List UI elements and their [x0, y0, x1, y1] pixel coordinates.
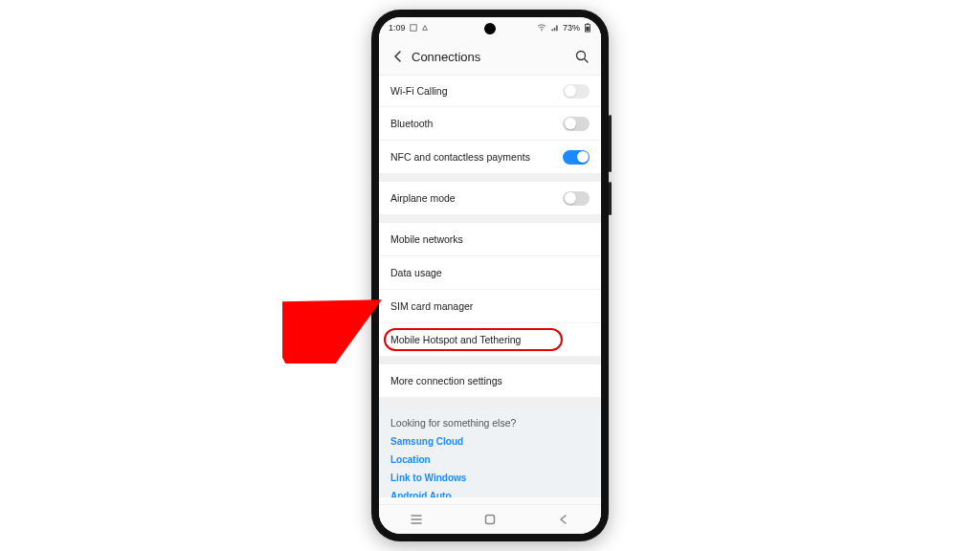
signal-icon [550, 24, 559, 32]
nav-home[interactable] [471, 513, 509, 526]
settings-list: Wi-Fi Calling Bluetooth NFC and contactl… [379, 76, 601, 506]
row-label: NFC and contactless payments [390, 151, 563, 163]
svg-line-11 [287, 304, 373, 349]
svg-rect-0 [410, 25, 415, 31]
row-label: More connection settings [390, 375, 590, 386]
section-divider [379, 398, 601, 408]
row-nfc[interactable]: NFC and contactless payments [379, 141, 601, 174]
phone-side-button [609, 182, 612, 215]
footer-link-android-auto[interactable]: Android Auto [390, 491, 590, 497]
row-sim-manager[interactable]: SIM card manager [379, 290, 601, 323]
row-mobile-networks[interactable]: Mobile networks [379, 223, 601, 256]
svg-rect-4 [586, 27, 589, 32]
footer-link-link-to-windows[interactable]: Link to Windows [390, 473, 590, 483]
row-data-usage[interactable]: Data usage [379, 256, 601, 290]
camera-notch [484, 23, 496, 34]
toggle-wifi-calling[interactable] [563, 84, 590, 99]
phone-mockup: 1:09 73% Connections Wi-Fi [371, 10, 609, 541]
svg-line-6 [585, 59, 589, 63]
status-icon [410, 24, 417, 32]
wifi-icon [537, 24, 546, 32]
svg-rect-3 [587, 23, 590, 24]
row-label: Mobile Hotspot and Tethering [390, 334, 590, 345]
battery-icon [584, 23, 591, 33]
row-label: Data usage [390, 267, 590, 278]
phone-screen: 1:09 73% Connections Wi-Fi [379, 17, 601, 534]
section-divider [379, 215, 601, 223]
svg-point-1 [541, 30, 542, 31]
page-title: Connections [408, 50, 572, 64]
row-hotspot-tethering[interactable]: Mobile Hotspot and Tethering [379, 323, 601, 357]
footer-link-samsung-cloud[interactable]: Samsung Cloud [390, 436, 590, 447]
row-label: SIM card manager [390, 300, 590, 312]
status-time: 1:09 [389, 23, 406, 33]
battery-text: 73% [563, 23, 580, 33]
app-header: Connections [379, 38, 601, 76]
footer-section: Looking for something else? Samsung Clou… [379, 408, 601, 497]
row-label: Mobile networks [390, 233, 590, 245]
recents-icon [410, 514, 423, 525]
home-icon [483, 513, 497, 526]
row-label: Wi-Fi Calling [390, 85, 563, 97]
row-bluetooth[interactable]: Bluetooth [379, 107, 601, 141]
toggle-nfc[interactable] [563, 150, 590, 165]
footer-heading: Looking for something else? [390, 417, 590, 429]
search-button[interactable] [572, 50, 591, 63]
footer-link-location[interactable]: Location [390, 454, 590, 465]
back-icon [558, 514, 569, 525]
status-icon [421, 24, 429, 32]
row-label: Airplane mode [390, 192, 563, 204]
toggle-airplane[interactable] [563, 191, 590, 206]
nav-recents[interactable] [397, 514, 435, 525]
row-more-settings[interactable]: More connection settings [379, 364, 601, 398]
section-divider [379, 174, 601, 182]
chevron-left-icon [392, 51, 404, 62]
nav-back[interactable] [545, 514, 583, 525]
row-wifi-calling[interactable]: Wi-Fi Calling [379, 76, 601, 107]
search-icon [575, 50, 589, 63]
row-label: Bluetooth [390, 118, 563, 129]
section-divider [379, 357, 601, 364]
toggle-bluetooth[interactable] [563, 117, 590, 131]
back-button[interactable] [389, 51, 408, 62]
phone-side-button [609, 115, 612, 172]
svg-rect-10 [485, 516, 494, 524]
row-airplane-mode[interactable]: Airplane mode [379, 182, 601, 215]
android-nav-bar [379, 504, 601, 534]
